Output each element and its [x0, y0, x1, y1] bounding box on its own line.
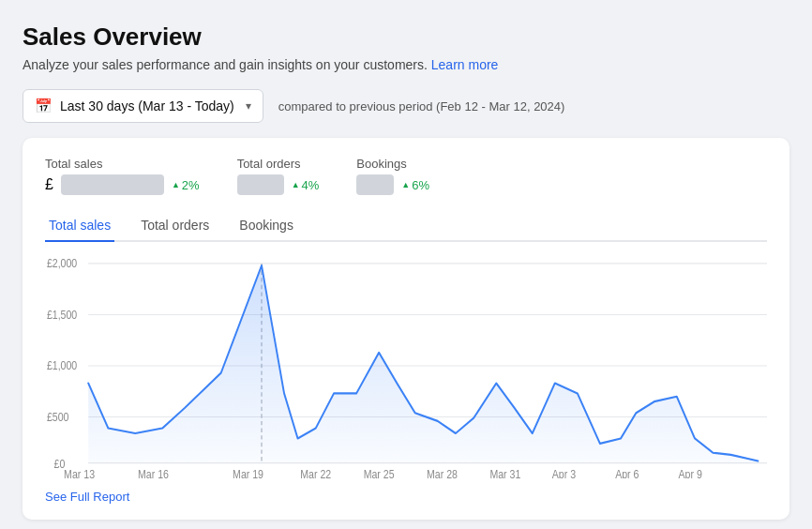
svg-text:Mar 22: Mar 22 [300, 468, 331, 478]
svg-text:£1,000: £1,000 [47, 360, 77, 372]
metric-total-orders-label: Total orders [237, 157, 320, 171]
svg-text:Mar 13: Mar 13 [64, 468, 95, 478]
svg-text:£1,500: £1,500 [47, 309, 77, 321]
metric-total-sales-change: 2% [172, 178, 200, 192]
date-range-label: Last 30 days (Mar 13 - Today) [60, 98, 234, 113]
svg-text:Apr 3: Apr 3 [552, 468, 576, 478]
svg-text:Mar 19: Mar 19 [233, 468, 263, 478]
metric-total-sales-prefix: £ [45, 176, 53, 193]
metric-total-orders: Total orders 4% [237, 157, 320, 195]
metric-bookings-label: Bookings [356, 157, 429, 171]
tab-total-sales[interactable]: Total sales [45, 210, 114, 242]
tab-bookings[interactable]: Bookings [235, 210, 297, 242]
metric-total-sales-label: Total sales [45, 157, 200, 171]
metric-total-sales-value-row: £ 2% [45, 174, 200, 195]
metric-bookings-bar [356, 174, 394, 195]
metric-total-orders-bar [237, 174, 284, 195]
date-range-dropdown[interactable]: 📅 Last 30 days (Mar 13 - Today) ▾ [23, 89, 263, 123]
filter-row: 📅 Last 30 days (Mar 13 - Today) ▾ compar… [23, 89, 789, 123]
metric-total-sales-bar [61, 174, 164, 195]
chevron-down-icon: ▾ [246, 99, 251, 113]
metric-total-orders-change: 4% [292, 178, 320, 192]
metric-total-sales: Total sales £ 2% [45, 157, 200, 195]
chart-area: £2,000 £1,500 £1,000 £500 £0 [45, 253, 767, 478]
tabs-row: Total sales Total orders Bookings [45, 210, 767, 242]
metric-bookings-change: 6% [401, 178, 429, 192]
svg-text:£2,000: £2,000 [47, 258, 77, 270]
metric-bookings: Bookings 6% [356, 157, 429, 195]
svg-text:Apr 6: Apr 6 [615, 468, 639, 478]
svg-text:£500: £500 [47, 411, 69, 423]
svg-text:Mar 31: Mar 31 [489, 468, 520, 478]
svg-text:Mar 28: Mar 28 [427, 468, 458, 478]
metric-total-orders-value-row: 4% [237, 174, 320, 195]
page-title: Sales Overview [23, 23, 789, 52]
see-full-report-link[interactable]: See Full Report [45, 490, 129, 504]
compare-label: compared to previous period (Feb 12 - Ma… [278, 99, 565, 113]
svg-text:Mar 25: Mar 25 [364, 468, 395, 478]
tab-total-orders[interactable]: Total orders [137, 210, 213, 242]
svg-marker-11 [88, 265, 758, 463]
metrics-row: Total sales £ 2% Total orders 4% Booking… [45, 157, 767, 195]
sales-chart: £2,000 £1,500 £1,000 £500 £0 [45, 253, 767, 478]
subtitle-text: Analyze your sales performance and gain … [23, 57, 428, 72]
learn-more-link[interactable]: Learn more [431, 57, 499, 72]
sales-overview-card: Total sales £ 2% Total orders 4% Booking… [23, 138, 789, 520]
svg-text:Mar 16: Mar 16 [138, 468, 169, 478]
svg-text:Apr 9: Apr 9 [679, 468, 702, 478]
subtitle: Analyze your sales performance and gain … [23, 57, 789, 72]
calendar-icon: 📅 [35, 98, 53, 114]
metric-bookings-value-row: 6% [356, 174, 429, 195]
